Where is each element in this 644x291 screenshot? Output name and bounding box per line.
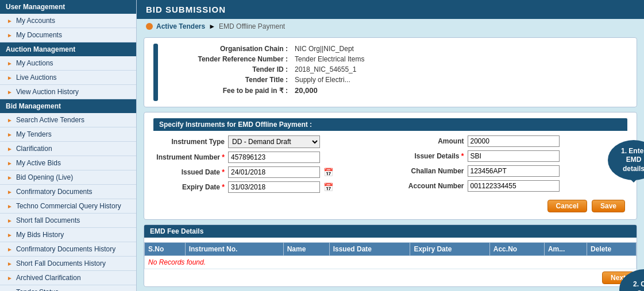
- sidebar-item-label: Live Auctions: [16, 73, 57, 82]
- instrument-form-card: Specify Instruments for EMD Offline Paym…: [144, 112, 637, 220]
- sidebar-item-label: Short fall Documents: [16, 216, 80, 224]
- sidebar-item-view-auction-history[interactable]: ► View Auction History: [0, 85, 136, 99]
- arrow-icon: ►: [7, 117, 13, 123]
- account-number-row: Account Number: [395, 180, 626, 192]
- org-chain-value: NIC Org||NIC_Dept: [290, 44, 627, 54]
- sidebar-item-label: Confirmatory Documents History: [16, 245, 115, 253]
- instrument-section-title: Specify Instruments for EMD Offline Paym…: [153, 118, 627, 131]
- sidebar-item-confirmatory-documents[interactable]: ► Confirmatory Documents: [0, 185, 136, 199]
- sidebar-item-my-auctions[interactable]: ► My Auctions: [0, 56, 136, 71]
- no-records-text: No Records found.: [145, 256, 637, 269]
- amount-row: Amount: [395, 135, 626, 147]
- sidebar-item-short-fall-documents-history[interactable]: ► Short Fall Documents History: [0, 257, 136, 271]
- account-number-input[interactable]: [468, 180, 560, 192]
- expiry-date-label: Expiry Date *: [156, 183, 225, 191]
- issued-date-input[interactable]: [228, 166, 320, 178]
- breadcrumb-dot: [146, 23, 153, 30]
- breadcrumb: Active Tenders ► EMD Offline Payment: [137, 19, 644, 34]
- expiry-date-input[interactable]: [228, 181, 320, 193]
- tender-title-value: Supply of Electri...: [290, 75, 627, 85]
- form-buttons: Cancel Save: [153, 197, 627, 214]
- col-amount: Am...: [544, 243, 587, 256]
- instrument-number-input[interactable]: [228, 152, 320, 163]
- expiry-date-calendar-icon[interactable]: 📅: [323, 183, 333, 192]
- fee-label: Fee to be paid in ₹ :: [164, 85, 290, 96]
- sidebar-section-user-management: User Management: [0, 0, 136, 14]
- sidebar-item-bid-opening-live[interactable]: ► Bid Opening (Live): [0, 170, 136, 185]
- col-instrument-no: Instrument No.: [185, 243, 283, 256]
- instrument-number-row: Instrument Number *: [156, 152, 386, 163]
- tender-id-value: 2018_NIC_54655_1: [290, 64, 627, 75]
- main-content: BID SUBMISSION Active Tenders ► EMD Offl…: [137, 0, 644, 291]
- sidebar-item-live-auctions[interactable]: ► Live Auctions: [0, 71, 136, 85]
- challan-number-row: Challan Number: [395, 165, 626, 177]
- breadcrumb-current: EMD Offline Payment: [219, 22, 285, 30]
- sidebar-item-my-tenders[interactable]: ► My Tenders: [0, 127, 136, 142]
- sidebar-item-label: Archived Clarification: [16, 274, 81, 282]
- sidebar-section-bid-management: Bid Management: [0, 99, 136, 113]
- next-row: Next: [144, 269, 637, 286]
- arrow-icon: ►: [7, 246, 13, 253]
- sidebar-item-my-bids-history[interactable]: ► My Bids History: [0, 228, 136, 242]
- arrow-icon: ►: [7, 18, 13, 24]
- arrow-icon: ►: [7, 218, 13, 224]
- breadcrumb-parent[interactable]: Active Tenders: [156, 22, 205, 30]
- sidebar-item-label: Bid Opening (Live): [16, 173, 73, 181]
- arrow-icon: ►: [7, 160, 13, 166]
- issued-date-row: Issued Date * 📅: [156, 166, 386, 178]
- expiry-date-row: Expiry Date * 📅: [156, 181, 386, 193]
- sidebar-item-techno-commercial[interactable]: ► Techno Commercial Query History: [0, 199, 136, 214]
- col-sno: S.No: [145, 243, 186, 256]
- challan-number-input[interactable]: [468, 165, 560, 177]
- no-records-row: No Records found.: [145, 256, 637, 269]
- tender-info-card: Organisation Chain : NIC Org||NIC_Dept T…: [144, 37, 637, 107]
- sidebar-item-label: Clarification: [16, 145, 52, 153]
- account-number-label: Account Number: [395, 182, 464, 190]
- content-area: Organisation Chain : NIC Org||NIC_Dept T…: [137, 34, 644, 291]
- cancel-button[interactable]: Cancel: [547, 200, 587, 212]
- arrow-icon: ►: [7, 75, 13, 81]
- sidebar-item-label: Techno Commercial Query History: [16, 202, 121, 210]
- col-expiry-date: Expiry Date: [410, 243, 489, 256]
- col-name: Name: [283, 243, 329, 256]
- col-delete: Delete: [587, 243, 637, 256]
- sidebar-item-tender-status[interactable]: ► Tender Status: [0, 285, 136, 291]
- arrow-icon: ►: [7, 89, 13, 95]
- breadcrumb-separator: ►: [209, 22, 215, 30]
- instrument-type-label: Instrument Type: [156, 138, 225, 146]
- arrow-icon: ►: [7, 174, 13, 181]
- instrument-type-select[interactable]: DD - Demand Draft: [228, 135, 320, 148]
- save-button[interactable]: Save: [592, 200, 625, 212]
- sidebar-item-label: Confirmatory Documents: [16, 188, 92, 196]
- issuer-details-row: Issuer Details *: [395, 150, 626, 162]
- issuer-details-input[interactable]: [468, 150, 560, 162]
- sidebar-item-my-documents[interactable]: ► My Documents: [0, 28, 136, 42]
- tender-ref-label: Tender Reference Number :: [164, 54, 290, 64]
- tender-title-label: Tender Title :: [164, 75, 290, 85]
- sidebar-item-confirmatory-documents-history[interactable]: ► Confirmatory Documents History: [0, 242, 136, 257]
- emd-fee-table: S.No Instrument No. Name Issued Date Exp…: [144, 242, 637, 269]
- sidebar-item-my-accounts[interactable]: ► My Accounts: [0, 14, 136, 28]
- fee-value: 20,000: [290, 85, 627, 96]
- sidebar-item-clarification[interactable]: ► Clarification: [0, 142, 136, 156]
- sidebar-item-label: My Accounts: [16, 17, 55, 25]
- arrow-icon: ►: [7, 203, 13, 209]
- issued-date-calendar-icon[interactable]: 📅: [323, 168, 333, 177]
- sidebar-item-search-active-tenders[interactable]: ► Search Active Tenders: [0, 113, 136, 127]
- arrow-icon: ►: [7, 261, 13, 267]
- sidebar-item-label: My Bids History: [16, 231, 64, 239]
- sidebar-item-label: My Active Bids: [16, 159, 61, 167]
- page-title: BID SUBMISSION: [137, 0, 644, 19]
- amount-input[interactable]: [468, 135, 560, 147]
- instrument-type-row: Instrument Type DD - Demand Draft: [156, 135, 386, 148]
- sidebar-item-archived-clarification[interactable]: ► Archived Clarification: [0, 271, 136, 285]
- col-issued-date: Issued Date: [329, 243, 410, 256]
- sidebar-item-label: Search Active Tenders: [16, 116, 84, 124]
- sidebar-item-label: Short Fall Documents History: [16, 259, 106, 267]
- arrow-icon: ►: [7, 189, 13, 195]
- amount-label: Amount: [395, 137, 464, 145]
- sidebar-item-my-active-bids[interactable]: ► My Active Bids: [0, 156, 136, 170]
- blue-bar: [153, 44, 158, 101]
- tender-info-table: Organisation Chain : NIC Org||NIC_Dept T…: [164, 44, 627, 96]
- sidebar-item-short-fall-documents[interactable]: ► Short fall Documents: [0, 214, 136, 228]
